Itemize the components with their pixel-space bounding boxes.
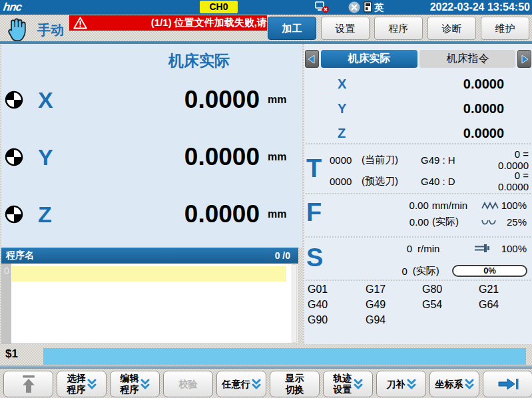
chevron-double-down-icon bbox=[465, 378, 474, 390]
coord-tab-next-button[interactable] bbox=[517, 50, 531, 68]
section-divider bbox=[306, 236, 531, 238]
softkey-any-line[interactable]: 任意行 bbox=[216, 371, 266, 397]
chevron-double-down-icon bbox=[252, 378, 261, 390]
tab-program[interactable]: 程序 bbox=[374, 17, 423, 40]
coord-tab-prev-button[interactable] bbox=[305, 50, 319, 68]
section-divider bbox=[306, 193, 531, 194]
channel-progress-bar bbox=[43, 348, 526, 365]
program-list-header: 程序名 0 /0 bbox=[1, 248, 298, 264]
alarm-banner: (1/1) 位置文件加载失败,请 bbox=[69, 15, 267, 31]
tab-maintenance[interactable]: 维护 bbox=[481, 17, 529, 40]
spindle-load-bar: 0% bbox=[452, 265, 527, 277]
coord-row-y: Y 0.0000 bbox=[304, 97, 532, 121]
axis-row-z: Z 0.0000 mm bbox=[1, 195, 302, 234]
tool-kind: (预选刀) bbox=[362, 175, 421, 188]
triangle-left-icon bbox=[308, 55, 316, 64]
program-scrollbar[interactable] bbox=[292, 264, 297, 343]
gcode: G94 bbox=[366, 314, 422, 329]
tool-row-current: 0000 (当前刀) G49 : H 0 = 0.0000 bbox=[330, 149, 532, 170]
usb-eject-icon bbox=[348, 1, 361, 13]
tool-comp-gcode: G40 : D bbox=[421, 176, 482, 187]
manual-mode-hand-icon bbox=[5, 17, 31, 43]
feed-info: 0.00 mm/min 100% 0.00 (实际) 25% bbox=[304, 197, 532, 230]
softkey-next-menu[interactable] bbox=[483, 371, 532, 397]
mode-label: 手动 bbox=[37, 21, 64, 39]
coord-axis-value: 0.0000 bbox=[360, 126, 532, 141]
program-list-panel: 程序名 0 /0 0 bbox=[1, 248, 298, 344]
softkey-bar: 选择 程序 编辑 程序 校验 任意行 显示 切换 轨迹 设置 刀补 坐标系 bbox=[0, 369, 532, 398]
axis-unit: mm bbox=[268, 94, 296, 106]
tool-comp-value: 0 = 0.0000 bbox=[482, 148, 532, 171]
program-selected-line[interactable] bbox=[12, 266, 286, 282]
gcode: G49 bbox=[366, 299, 422, 314]
tool-comp-value: 0 = 0.0000 bbox=[482, 170, 532, 192]
section-divider bbox=[306, 280, 531, 281]
spindle-override-percent: 100% bbox=[493, 243, 532, 254]
rapid-override-percent: 100% bbox=[501, 200, 532, 211]
gcode: G40 bbox=[308, 299, 366, 314]
alarm-message: (1/1) 位置文件加载失败,请 bbox=[87, 17, 267, 29]
softkey-display-switch[interactable]: 显示 切换 bbox=[270, 371, 320, 397]
feed-row-command: 0.00 mm/min 100% bbox=[304, 197, 532, 214]
axis-value: 0.0000 bbox=[62, 200, 260, 228]
tool-comp-gcode: G49 : H bbox=[421, 154, 482, 166]
coord-axis-value: 0.0000 bbox=[360, 101, 532, 116]
gcode: G17 bbox=[366, 284, 422, 299]
coord-row-x: X 0.0000 bbox=[304, 72, 532, 97]
feed-override-icon bbox=[481, 218, 501, 227]
program-line-counter: 0 /0 bbox=[275, 250, 298, 261]
feed-unit: mm/min bbox=[432, 200, 481, 211]
softkey-label: 坐标系 bbox=[435, 379, 463, 390]
tool-section-label: T bbox=[306, 154, 322, 183]
machine-status-panel: 机床实际 机床指令 X 0.0000 Y 0.0000 Z 0.0000 T 0… bbox=[303, 44, 532, 345]
softkey-label: 选择 程序 bbox=[67, 373, 86, 395]
axis-value: 0.0000 bbox=[62, 143, 260, 171]
coordinate-tab-bar: 机床实际 机床指令 bbox=[305, 50, 531, 68]
spindle-row-actual: 0 (实际) 0% bbox=[304, 261, 532, 281]
softkey-select-program[interactable]: 选择 程序 bbox=[57, 371, 107, 397]
axis-name: Y bbox=[38, 144, 62, 170]
triangle-right-icon bbox=[521, 55, 529, 64]
feed-override-percent: 25% bbox=[501, 216, 532, 228]
coordinate-values: X 0.0000 Y 0.0000 Z 0.0000 bbox=[304, 72, 532, 146]
softkey-track-settings[interactable]: 轨迹 设置 bbox=[323, 371, 373, 397]
softkey-coordinate-system[interactable]: 坐标系 bbox=[429, 371, 479, 397]
softkey-verify[interactable]: 校验 bbox=[163, 371, 213, 397]
softkey-label: 任意行 bbox=[222, 379, 250, 390]
gcode: G90 bbox=[308, 314, 366, 329]
softkey-label: 校验 bbox=[179, 379, 198, 390]
tab-machine-actual[interactable]: 机床实际 bbox=[321, 50, 418, 68]
clock: 2022-03-24 13:54:50 bbox=[430, 1, 530, 13]
program-list-body[interactable]: 0 bbox=[1, 264, 298, 344]
softkey-edit-program[interactable]: 编辑 程序 bbox=[110, 371, 160, 397]
tool-kind: (当前刀) bbox=[362, 154, 421, 166]
main-tab-bar: 加工 设置 程序 诊断 维护 bbox=[268, 17, 529, 40]
status-row: 手动 (1/1) 位置文件加载失败,请 加工 设置 程序 诊断 维护 bbox=[0, 15, 532, 44]
axis-row-y: Y 0.0000 mm bbox=[1, 138, 302, 176]
axis-origin-icon bbox=[5, 148, 23, 166]
tab-settings[interactable]: 设置 bbox=[321, 17, 370, 40]
softkey-return-button[interactable] bbox=[3, 371, 53, 397]
hnc-logo: hnc bbox=[3, 1, 23, 14]
tab-diagnosis[interactable]: 诊断 bbox=[427, 17, 476, 40]
tab-machine-command[interactable]: 机床指令 bbox=[419, 50, 515, 68]
spindle-override-icon bbox=[473, 243, 493, 254]
coord-row-z: Z 0.0000 bbox=[304, 121, 532, 146]
tab-machining[interactable]: 加工 bbox=[268, 17, 316, 40]
machine-panel-title: 机床实际 bbox=[168, 51, 230, 71]
softkey-label: 编辑 程序 bbox=[121, 373, 139, 395]
softkey-tool-comp[interactable]: 刀补 bbox=[376, 371, 426, 397]
axis-name: X bbox=[38, 87, 62, 113]
coord-axis-name: Y bbox=[304, 101, 360, 116]
spindle-value: 0 bbox=[304, 266, 407, 277]
tool-row-preselect: 0000 (预选刀) G40 : D 0 = 0.0000 bbox=[330, 170, 532, 192]
warning-icon bbox=[73, 17, 87, 29]
spindle-unit: (实际) bbox=[413, 265, 452, 278]
channel-indicator: CH0 bbox=[200, 1, 238, 13]
coord-axis-name: X bbox=[304, 77, 360, 92]
gcode: G80 bbox=[422, 284, 479, 299]
spindle-unit: r/min bbox=[417, 243, 459, 254]
axis-unit: mm bbox=[268, 151, 296, 163]
title-bar: hnc CH0 英 2022-03-24 13:54:50 bbox=[0, 0, 532, 15]
arrow-right-end-icon bbox=[497, 376, 519, 392]
